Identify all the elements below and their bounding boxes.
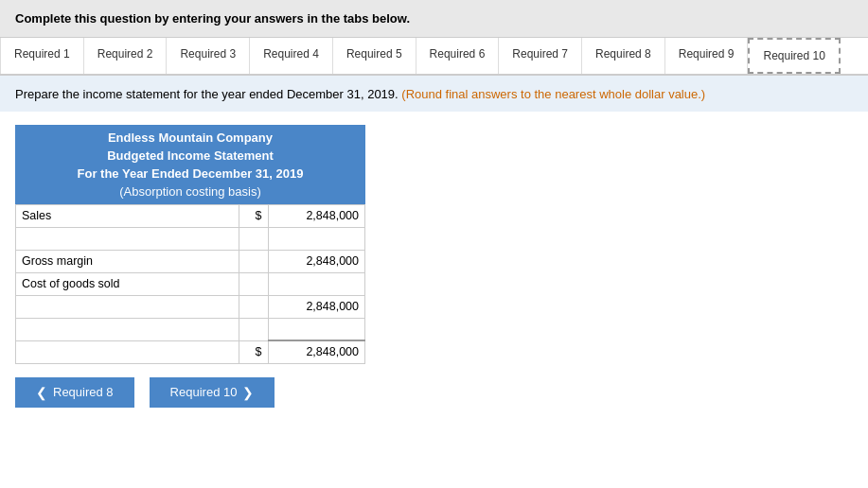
table-row: Cost of goods sold <box>16 272 365 295</box>
instruction-banner: Complete this question by entering your … <box>0 0 868 38</box>
tab-required-1[interactable]: Required 1 <box>0 38 84 74</box>
instruction-note: (Round final answers to the nearest whol… <box>401 87 705 101</box>
table-row: Gross margin 2,848,000 <box>16 250 365 272</box>
sales-value: 2,848,000 <box>268 204 365 227</box>
income-table: Sales $ 2,848,000 Gross margin 2,848,000… <box>15 204 365 364</box>
gross-margin-label: Gross margin <box>16 250 239 272</box>
income-statement-container: Endless Mountain Company Budgeted Income… <box>15 125 365 364</box>
total-label-input[interactable] <box>22 345 233 358</box>
tabs-container: Required 1 Required 2 Required 3 Require… <box>0 38 868 76</box>
input-field-1[interactable] <box>22 232 233 245</box>
company-header: Endless Mountain Company Budgeted Income… <box>15 125 365 204</box>
subtotal-label-input[interactable] <box>22 300 233 313</box>
gross-margin-value: 2,848,000 <box>268 250 365 272</box>
tab-required-4[interactable]: Required 4 <box>250 38 333 74</box>
statement-title: Budgeted Income Statement <box>23 147 358 165</box>
table-row <box>16 318 365 340</box>
next-arrow-icon: ❯ <box>242 385 254 400</box>
next-button-label: Required 10 <box>170 385 238 399</box>
tab-required-7[interactable]: Required 7 <box>499 38 582 74</box>
statement-period: For the Year Ended December 31, 2019 <box>23 165 358 183</box>
input-amount-1[interactable] <box>275 232 360 245</box>
table-row: $ 2,848,000 <box>16 340 365 363</box>
sales-label: Sales <box>16 204 239 227</box>
extra-label[interactable] <box>16 318 239 340</box>
extra-value[interactable] <box>268 318 365 340</box>
tab-required-10[interactable]: Required 10 <box>748 38 840 74</box>
table-row: Sales $ 2,848,000 <box>16 204 365 227</box>
banner-text: Complete this question by entering your … <box>15 11 410 26</box>
instruction-main: Prepare the income statement for the yea… <box>15 87 399 101</box>
gross-margin-dollar <box>239 250 268 272</box>
prev-arrow-icon: ❮ <box>36 385 47 400</box>
input-dollar-1 <box>239 227 268 250</box>
prev-button[interactable]: ❮ Required 8 <box>15 377 134 408</box>
prev-button-label: Required 8 <box>53 385 114 399</box>
total-value: 2,848,000 <box>268 340 365 363</box>
tab-required-2[interactable]: Required 2 <box>84 38 168 74</box>
costing-basis: (Absorption costing basis) <box>23 183 358 200</box>
tab-required-9[interactable]: Required 9 <box>665 38 749 74</box>
tab-required-6[interactable]: Required 6 <box>416 38 500 74</box>
sales-dollar: $ <box>239 204 268 227</box>
input-value-1[interactable] <box>268 227 365 250</box>
cogs-dollar <box>239 272 268 295</box>
cogs-input[interactable] <box>275 277 360 290</box>
extra-dollar <box>239 318 268 340</box>
navigation-buttons: ❮ Required 8 Required 10 ❯ <box>15 377 853 408</box>
tab-required-8[interactable]: Required 8 <box>582 38 665 74</box>
table-row <box>16 227 365 250</box>
table-row: 2,848,000 <box>16 295 365 318</box>
extra-amount-input[interactable] <box>275 322 360 336</box>
tab-required-3[interactable]: Required 3 <box>167 38 250 74</box>
next-button[interactable]: Required 10 ❯ <box>150 377 275 408</box>
extra-label-input[interactable] <box>22 322 233 336</box>
subtotal-label[interactable] <box>16 295 239 318</box>
cogs-value[interactable] <box>268 272 365 295</box>
input-label-1[interactable] <box>16 227 239 250</box>
company-name: Endless Mountain Company <box>23 129 358 147</box>
tab-required-5[interactable]: Required 5 <box>333 38 416 74</box>
total-dollar: $ <box>239 340 268 363</box>
subtotal-dollar <box>239 295 268 318</box>
total-label[interactable] <box>16 340 239 363</box>
subtotal-value: 2,848,000 <box>268 295 365 318</box>
cogs-label: Cost of goods sold <box>16 272 239 295</box>
instruction-area: Prepare the income statement for the yea… <box>0 76 868 112</box>
